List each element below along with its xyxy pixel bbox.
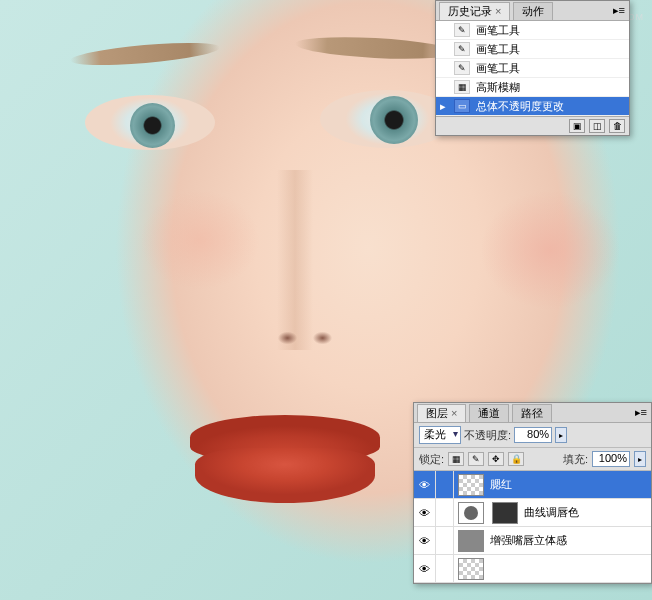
close-icon[interactable]: ×: [451, 407, 457, 419]
link-col[interactable]: [436, 555, 454, 583]
cheek-blush-left: [140, 190, 260, 290]
history-item[interactable]: ✎画笔工具: [436, 59, 629, 78]
lock-position-icon[interactable]: ✥: [488, 452, 504, 466]
layer-thumbnail[interactable]: [458, 530, 484, 552]
tab-layers-label: 图层: [426, 406, 448, 421]
history-footer: ▣ ◫ 🗑: [436, 116, 629, 135]
history-tabs: 历史记录× 动作 ▸≡: [436, 1, 629, 21]
link-col[interactable]: [436, 527, 454, 555]
link-col[interactable]: [436, 471, 454, 499]
opacity-arrow-icon[interactable]: ▸: [555, 427, 567, 443]
blend-mode-dropdown[interactable]: 柔光: [419, 426, 461, 444]
history-item[interactable]: ✎画笔工具: [436, 21, 629, 40]
layers-tabs: 图层× 通道 路径 ▸≡: [414, 403, 651, 423]
eye-left: [85, 95, 215, 150]
fill-input[interactable]: 100%: [592, 451, 630, 467]
lock-fill-row: 锁定: ▦ ✎ ✥ 🔒 填充: 100% ▸: [414, 448, 651, 471]
delete-button[interactable]: 🗑: [609, 119, 625, 133]
lock-label: 锁定:: [419, 452, 444, 467]
layer-item[interactable]: 👁 增强嘴唇立体感: [414, 527, 651, 555]
tab-layers[interactable]: 图层×: [417, 404, 466, 422]
visibility-toggle[interactable]: 👁: [414, 499, 436, 527]
blend-opacity-row: 柔光 不透明度: 80% ▸: [414, 423, 651, 448]
lock-pixels-icon[interactable]: ✎: [468, 452, 484, 466]
lock-transparency-icon[interactable]: ▦: [448, 452, 464, 466]
layer-name[interactable]: 曲线调唇色: [522, 505, 651, 520]
nostrils: [270, 320, 340, 350]
brush-icon: ✎: [454, 23, 470, 37]
new-snapshot-button[interactable]: ▣: [569, 119, 585, 133]
visibility-toggle[interactable]: 👁: [414, 527, 436, 555]
history-item-selected[interactable]: ▸▭总体不透明度更改: [436, 97, 629, 116]
tab-actions[interactable]: 动作: [513, 2, 553, 20]
history-list: ✎画笔工具 ✎画笔工具 ✎画笔工具 ▦高斯模糊 ▸▭总体不透明度更改: [436, 21, 629, 116]
visibility-toggle[interactable]: 👁: [414, 471, 436, 499]
adjustment-thumbnail[interactable]: [458, 502, 484, 524]
play-marker-icon: ▸: [438, 100, 448, 113]
history-item-label: 画笔工具: [476, 23, 520, 38]
blur-icon: ▦: [454, 80, 470, 94]
tab-history[interactable]: 历史记录×: [439, 2, 510, 20]
layers-list: 👁 腮红 👁 曲线调唇色 👁 增强嘴唇立体感 👁: [414, 471, 651, 583]
history-item-label: 总体不透明度更改: [476, 99, 564, 114]
mask-thumbnail[interactable]: [492, 502, 518, 524]
lock-all-icon[interactable]: 🔒: [508, 452, 524, 466]
panel-menu-icon[interactable]: ▸≡: [635, 406, 647, 419]
tab-paths[interactable]: 路径: [512, 404, 552, 422]
history-item[interactable]: ✎画笔工具: [436, 40, 629, 59]
panel-menu-icon[interactable]: ▸≡: [613, 4, 625, 17]
brush-icon: ✎: [454, 42, 470, 56]
layer-name[interactable]: 增强嘴唇立体感: [488, 533, 651, 548]
layer-item[interactable]: 👁: [414, 555, 651, 583]
history-item-label: 画笔工具: [476, 61, 520, 76]
new-doc-button[interactable]: ◫: [589, 119, 605, 133]
tab-channels[interactable]: 通道: [469, 404, 509, 422]
layers-panel: 图层× 通道 路径 ▸≡ 柔光 不透明度: 80% ▸ 锁定: ▦ ✎ ✥ 🔒 …: [413, 402, 652, 584]
history-item[interactable]: ▦高斯模糊: [436, 78, 629, 97]
tab-actions-label: 动作: [522, 4, 544, 19]
opacity-icon: ▭: [454, 99, 470, 113]
visibility-toggle[interactable]: 👁: [414, 555, 436, 583]
opacity-input[interactable]: 80%: [514, 427, 552, 443]
layer-name[interactable]: 腮红: [488, 477, 651, 492]
history-panel: 历史记录× 动作 ▸≡ ✎画笔工具 ✎画笔工具 ✎画笔工具 ▦高斯模糊 ▸▭总体…: [435, 0, 630, 136]
layer-thumbnail[interactable]: [458, 474, 484, 496]
lips: [180, 410, 390, 510]
history-item-label: 高斯模糊: [476, 80, 520, 95]
layer-item-selected[interactable]: 👁 腮红: [414, 471, 651, 499]
layer-item[interactable]: 👁 曲线调唇色: [414, 499, 651, 527]
fill-label: 填充:: [563, 452, 588, 467]
cheek-blush-right: [480, 190, 620, 310]
layer-thumbnail[interactable]: [458, 558, 484, 580]
close-icon[interactable]: ×: [495, 5, 501, 17]
fill-arrow-icon[interactable]: ▸: [634, 451, 646, 467]
history-item-label: 画笔工具: [476, 42, 520, 57]
brush-icon: ✎: [454, 61, 470, 75]
link-col[interactable]: [436, 499, 454, 527]
tab-history-label: 历史记录: [448, 4, 492, 19]
opacity-label: 不透明度:: [464, 428, 511, 443]
